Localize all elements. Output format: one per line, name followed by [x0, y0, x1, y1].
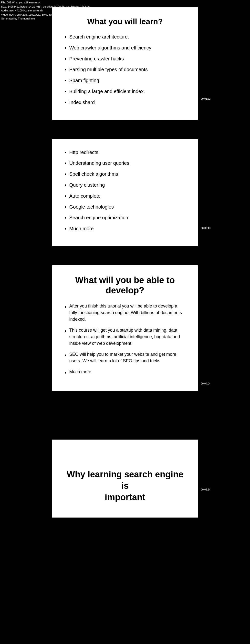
list-item: Much more [64, 369, 186, 377]
list-item: After you finish this tutorial you will … [64, 303, 186, 322]
slide4-title: Why learning search engine is important [64, 469, 186, 503]
list-item: This course will get you a startup with … [64, 327, 186, 347]
slide4-container: Why learning search engine is important … [52, 440, 198, 518]
file-info-line1: File: 001 What you will learn.mp4 [1, 0, 90, 5]
list-item: Http redirects [64, 149, 186, 156]
slide3-list: After you finish this tutorial you will … [64, 303, 186, 377]
list-item: Google technologies [64, 204, 186, 211]
slide1: What you will learn? Search engine archi… [52, 7, 198, 120]
slide3-container: What will you be able to develop? After … [52, 265, 198, 391]
list-item: Spam fighting [64, 77, 186, 84]
list-item: Index shard [64, 99, 186, 106]
list-item: Parsing multiple types of documents [64, 66, 186, 74]
list-item: Search engine optimization [64, 214, 186, 222]
file-info-line3: Audio: aac, 44100 Hz, stereo (und) [1, 8, 90, 13]
list-item: Query clustering [64, 182, 186, 189]
slide3-title: What will you be able to develop? [64, 275, 186, 296]
slide4: Why learning search engine is important [52, 440, 198, 518]
slide2-container: Http redirects Understanding user querie… [52, 139, 198, 246]
list-item: Understanding user queries [64, 160, 186, 167]
timestamp-2: 00:02:43 [201, 227, 210, 230]
slide3: What will you be able to develop? After … [52, 265, 198, 391]
list-item: Web crawler algorithms and efficiency [64, 44, 186, 52]
file-info-line5: Generated by Thumbnail me [1, 16, 90, 21]
slide2-list: Http redirects Understanding user querie… [64, 149, 186, 233]
timestamp-3: 00:04:04 [201, 382, 210, 385]
file-info-line4: Video: h264, yuv420p, 1152x720, 60.00 fp… [1, 13, 90, 17]
list-item: Auto complete [64, 192, 186, 200]
timestamp-1: 00:01:22 [201, 98, 210, 100]
slide1-list: Search engine architecture. Web crawler … [64, 34, 186, 106]
file-info-line2: Size: 14988421 bytes (14.29 MiB), durati… [1, 5, 90, 9]
slide1-container: What you will learn? Search engine archi… [52, 7, 198, 120]
list-item: Building a large and efficient index. [64, 88, 186, 96]
timestamp-4: 00:05:24 [201, 488, 210, 491]
list-item: SEO will help you to market your website… [64, 351, 186, 364]
list-item: Spell check algorithms [64, 170, 186, 178]
file-info: File: 001 What you will learn.mp4 Size: … [0, 0, 91, 21]
slide2: Http redirects Understanding user querie… [52, 139, 198, 246]
list-item: Much more [64, 225, 186, 233]
list-item: Search engine architecture. [64, 34, 186, 41]
list-item: Preventing crawler hacks [64, 55, 186, 63]
